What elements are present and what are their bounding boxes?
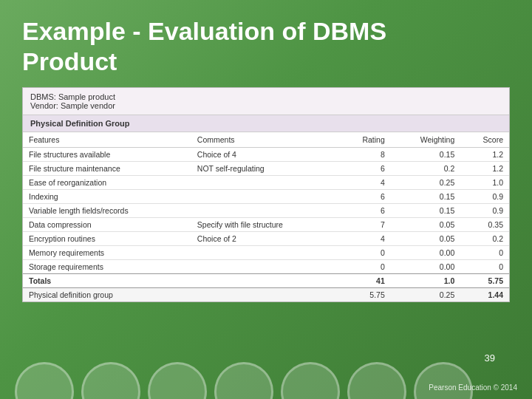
col-score: Score — [460, 132, 509, 148]
circle-7 — [414, 362, 473, 399]
cell-comments: NOT self-regulating — [191, 161, 339, 175]
summary-label: Physical definition group — [23, 287, 191, 301]
content-box: DBMS: Sample product Vendor: Sample vend… — [22, 87, 510, 302]
cell-rating: 6 — [339, 189, 391, 203]
summary-row: Physical definition group 5.75 0.25 1.44 — [23, 287, 509, 301]
table-row: Indexing 6 0.15 0.9 — [23, 189, 509, 203]
cell-feature: Encryption routines — [23, 231, 191, 245]
table-row: Memory requirements 0 0.00 0 — [23, 245, 509, 259]
cell-comments — [191, 175, 339, 189]
cell-comments — [191, 245, 339, 259]
cell-score: 0 — [460, 259, 509, 273]
cell-weighting: 0.05 — [391, 231, 461, 245]
cell-feature: Data compression — [23, 217, 191, 231]
totals-score: 5.75 — [460, 273, 509, 287]
circle-5 — [281, 362, 340, 399]
cell-rating: 6 — [339, 161, 391, 175]
table-row: Encryption routines Choice of 2 4 0.05 0… — [23, 231, 509, 245]
cell-rating: 0 — [339, 245, 391, 259]
cell-comments — [191, 203, 339, 217]
table-row: File structures available Choice of 4 8 … — [23, 147, 509, 161]
cell-feature: Indexing — [23, 189, 191, 203]
cell-comments — [191, 189, 339, 203]
col-rating: Rating — [339, 132, 391, 148]
totals-rating: 41 — [339, 273, 391, 287]
cell-weighting: 0.2 — [391, 161, 461, 175]
cell-rating: 7 — [339, 217, 391, 231]
cell-comments: Specify with file structure — [191, 217, 339, 231]
table-row: File structure maintenance NOT self-regu… — [23, 161, 509, 175]
summary-rating: 5.75 — [339, 287, 391, 301]
circle-2 — [81, 362, 140, 399]
cell-score: 1.2 — [460, 161, 509, 175]
cell-feature: Memory requirements — [23, 245, 191, 259]
cell-score: 0.35 — [460, 217, 509, 231]
cell-score: 1.0 — [460, 175, 509, 189]
cell-feature: Storage requirements — [23, 259, 191, 273]
col-weighting: Weighting — [391, 132, 461, 148]
table-row: Data compression Specify with file struc… — [23, 217, 509, 231]
decorative-circles — [0, 362, 532, 399]
dbms-line1: DBMS: Sample product — [30, 92, 502, 101]
circle-6 — [347, 362, 406, 399]
cell-feature: File structure maintenance — [23, 161, 191, 175]
cell-score: 0 — [460, 245, 509, 259]
cell-score: 1.2 — [460, 147, 509, 161]
cell-rating: 0 — [339, 259, 391, 273]
table-row: Variable length fields/records 6 0.15 0.… — [23, 203, 509, 217]
cell-weighting: 0.15 — [391, 147, 461, 161]
cell-rating: 8 — [339, 147, 391, 161]
cell-score: 0.9 — [460, 189, 509, 203]
summary-weighting: 0.25 — [391, 287, 461, 301]
col-features: Features — [23, 132, 191, 148]
circle-3 — [148, 362, 207, 399]
cell-rating: 6 — [339, 203, 391, 217]
totals-row: Totals 41 1.0 5.75 — [23, 273, 509, 287]
cell-weighting: 0.00 — [391, 259, 461, 273]
dbms-header: DBMS: Sample product Vendor: Sample vend… — [23, 88, 509, 115]
cell-feature: File structures available — [23, 147, 191, 161]
page-title: Example - Evaluation of DBMS Product — [0, 0, 532, 87]
table-row: Ease of reorganization 4 0.25 1.0 — [23, 175, 509, 189]
cell-weighting: 0.15 — [391, 203, 461, 217]
cell-comments: Choice of 4 — [191, 147, 339, 161]
cell-rating: 4 — [339, 175, 391, 189]
cell-comments: Choice of 2 — [191, 231, 339, 245]
cell-weighting: 0.05 — [391, 217, 461, 231]
totals-label: Totals — [23, 273, 191, 287]
cell-weighting: 0.25 — [391, 175, 461, 189]
table-header-row: Features Comments Rating Weighting Score — [23, 132, 509, 148]
cell-feature: Ease of reorganization — [23, 175, 191, 189]
circle-1 — [15, 362, 74, 399]
dbms-line2: Vendor: Sample vendor — [30, 101, 502, 110]
cell-rating: 4 — [339, 231, 391, 245]
totals-weighting: 1.0 — [391, 273, 461, 287]
col-comments: Comments — [191, 132, 339, 148]
cell-weighting: 0.15 — [391, 189, 461, 203]
cell-feature: Variable length fields/records — [23, 203, 191, 217]
cell-score: 0.2 — [460, 231, 509, 245]
cell-weighting: 0.00 — [391, 245, 461, 259]
evaluation-table: Features Comments Rating Weighting Score… — [23, 132, 509, 301]
cell-score: 0.9 — [460, 203, 509, 217]
table-row: Storage requirements 0 0.00 0 — [23, 259, 509, 273]
circle-4 — [214, 362, 273, 399]
summary-score: 1.44 — [460, 287, 509, 301]
group-header: Physical Definition Group — [23, 115, 509, 132]
cell-comments — [191, 259, 339, 273]
